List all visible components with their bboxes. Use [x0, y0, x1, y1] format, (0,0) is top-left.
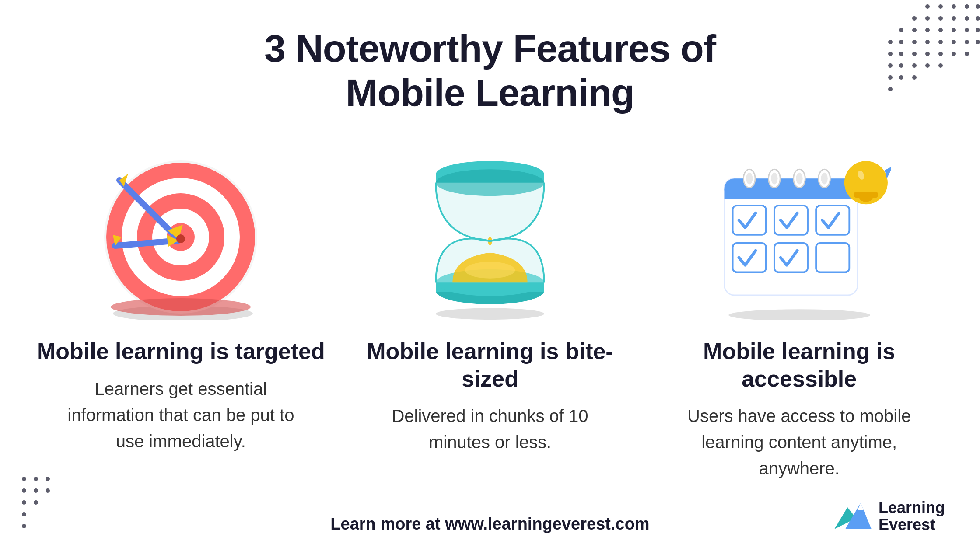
card-targeted: Mobile learning is targeted Learners get… [35, 141, 327, 454]
svg-rect-94 [816, 243, 849, 272]
card-targeted-title: Mobile learning is targeted [37, 338, 325, 365]
svg-point-1 [938, 4, 943, 9]
main-title: 3 Noteworthy Features of Mobile Learning [264, 26, 716, 115]
svg-point-84 [771, 173, 777, 185]
svg-point-27 [899, 52, 903, 56]
svg-point-74 [465, 262, 515, 279]
svg-point-25 [976, 40, 980, 44]
logo-text: Learning Everest [878, 499, 945, 534]
hourglass-icon [411, 145, 569, 320]
svg-point-21 [925, 40, 930, 44]
svg-point-10 [976, 16, 980, 21]
svg-point-86 [796, 173, 802, 185]
svg-point-50 [22, 512, 26, 516]
card-accessible: Mobile learning is accessible Users have… [653, 141, 945, 481]
svg-point-34 [899, 63, 903, 68]
calendar-icon [707, 145, 891, 320]
svg-point-32 [965, 52, 969, 56]
svg-point-17 [976, 28, 980, 32]
card-bite-sized-title: Mobile learning is bite-sized [344, 338, 636, 392]
svg-point-41 [888, 87, 892, 91]
card-accessible-desc: Users have access to mobile learning con… [672, 403, 926, 481]
footer: Learn more at www.learningeverest.com Le… [35, 506, 945, 534]
svg-point-31 [952, 52, 956, 56]
svg-point-49 [34, 500, 38, 505]
target-icon-area [89, 141, 273, 324]
svg-point-11 [899, 28, 903, 32]
hourglass-icon-area [398, 141, 582, 324]
svg-point-46 [34, 488, 38, 493]
svg-point-15 [952, 28, 956, 32]
svg-point-9 [965, 16, 969, 21]
svg-point-28 [912, 52, 917, 56]
svg-point-66 [176, 234, 185, 243]
svg-point-44 [46, 477, 50, 481]
footer-text: Learn more at www.learningeverest.com [330, 515, 649, 534]
svg-point-36 [925, 63, 930, 68]
svg-point-18 [888, 40, 892, 44]
svg-point-37 [938, 63, 943, 68]
svg-point-16 [965, 28, 969, 32]
svg-point-20 [912, 40, 917, 44]
page-container: 3 Noteworthy Features of Mobile Learning [0, 0, 980, 551]
svg-point-23 [952, 40, 956, 44]
svg-point-8 [952, 16, 956, 21]
svg-point-0 [925, 4, 930, 9]
svg-point-33 [888, 63, 892, 68]
svg-point-6 [925, 16, 930, 21]
svg-point-3 [965, 4, 969, 9]
svg-point-43 [34, 477, 38, 481]
svg-point-45 [22, 488, 26, 493]
svg-point-42 [22, 477, 26, 481]
svg-point-22 [938, 40, 943, 44]
decorative-dots-top-right [884, 0, 980, 96]
svg-point-47 [46, 488, 50, 493]
svg-point-7 [938, 16, 943, 21]
svg-point-59 [111, 298, 251, 316]
svg-point-12 [912, 28, 917, 32]
svg-point-40 [912, 75, 917, 80]
svg-point-67 [436, 308, 544, 320]
svg-point-2 [952, 4, 956, 9]
logo-mountain-icon [832, 501, 872, 531]
svg-point-97 [859, 194, 872, 202]
svg-point-5 [912, 16, 917, 21]
card-bite-sized: Mobile learning is bite-sized Delivered … [344, 141, 636, 455]
svg-point-39 [899, 75, 903, 80]
svg-point-26 [888, 52, 892, 56]
target-icon [93, 145, 268, 320]
svg-point-38 [888, 75, 892, 80]
card-accessible-title: Mobile learning is accessible [653, 338, 945, 392]
logo-area: Learning Everest [832, 499, 945, 534]
svg-point-14 [938, 28, 943, 32]
svg-point-24 [965, 40, 969, 44]
svg-point-4 [976, 4, 980, 9]
card-bite-sized-desc: Delivered in chunks of 10 minutes or les… [363, 403, 617, 455]
svg-point-29 [925, 52, 930, 56]
svg-point-13 [925, 28, 930, 32]
card-targeted-desc: Learners get essential information that … [54, 376, 308, 454]
svg-point-19 [899, 40, 903, 44]
svg-point-35 [912, 63, 917, 68]
svg-point-76 [728, 310, 870, 321]
svg-point-30 [938, 52, 943, 56]
calendar-icon-area [707, 141, 891, 324]
cards-row: Mobile learning is targeted Learners get… [35, 141, 945, 506]
logo-container: Learning Everest [832, 499, 945, 534]
svg-rect-80 [724, 189, 858, 199]
svg-point-48 [22, 500, 26, 505]
svg-point-82 [746, 173, 752, 185]
svg-point-88 [821, 173, 827, 185]
svg-point-51 [22, 524, 26, 528]
